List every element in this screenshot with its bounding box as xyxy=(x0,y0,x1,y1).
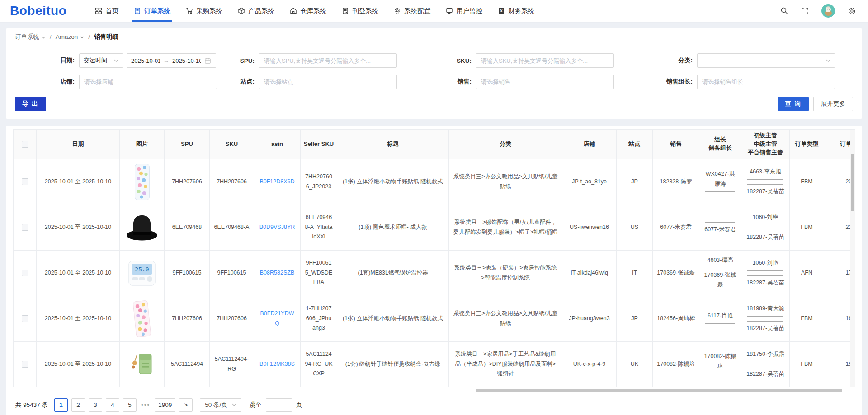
product-image-top-hat xyxy=(124,213,160,242)
nav-item-label: 采购系统 xyxy=(196,7,222,15)
top-navbar: Bobeituo 首页订单系统采购系统产品系统仓库系统刊登系统系统配置用户监控¥… xyxy=(0,0,868,22)
nav-item-config[interactable]: 系统配置 xyxy=(386,0,438,22)
cell-select xyxy=(14,159,37,205)
sku-input[interactable] xyxy=(476,53,614,68)
export-button[interactable]: 导 出 xyxy=(15,97,46,111)
breadcrumb-item-2: 销售明细 xyxy=(94,33,118,41)
brand-logo[interactable]: Bobeituo xyxy=(10,4,66,18)
cell-site: IT xyxy=(617,250,653,296)
nav-item-label: 产品系统 xyxy=(248,7,274,15)
chevron-down-icon xyxy=(42,33,46,40)
cell-spu: 5AC1112494 xyxy=(165,341,210,387)
cell-sales: 170082-陈锡培 xyxy=(653,341,699,387)
query-button[interactable]: 查 询 xyxy=(778,97,809,111)
page-button-3[interactable]: 3 xyxy=(89,398,102,412)
shop-input[interactable] xyxy=(79,75,217,89)
cell-shop: IT-aikdaj46iwiq xyxy=(562,250,617,296)
person-name: 182287-吴蓓苗 xyxy=(746,187,784,197)
filter-sales-leader: 销售组长: xyxy=(656,75,853,89)
calendar-icon xyxy=(204,57,211,64)
table-card: 日期图片SPUSKUasinSeller SKU标题分类店铺站点销售组长 储备组… xyxy=(6,126,862,415)
sales-leader-input[interactable] xyxy=(697,75,835,89)
nav-item-warehouse[interactable]: 仓库系统 xyxy=(282,0,334,22)
nav-item-product[interactable]: 产品系统 xyxy=(230,0,282,22)
person-name: 6077-米赛君 xyxy=(704,225,736,235)
col-header-order_type: 订单类型 xyxy=(790,130,824,159)
date-range-picker[interactable]: 2025-10-01 → 2025-10-10 xyxy=(127,53,216,68)
row-checkbox[interactable] xyxy=(22,361,28,368)
nav-item-home[interactable]: 首页 xyxy=(87,0,126,22)
search-icon[interactable] xyxy=(780,7,788,15)
page-size-select[interactable]: 50 条/页 xyxy=(200,398,241,412)
page-button-5[interactable]: 5 xyxy=(123,398,137,412)
gear-icon xyxy=(394,7,401,14)
fullscreen-icon[interactable] xyxy=(801,7,809,15)
nav-item-order[interactable]: 订单系统 xyxy=(126,0,178,22)
page-button-2[interactable]: 2 xyxy=(71,398,85,412)
expand-more-button[interactable]: 展开更多 xyxy=(813,97,853,111)
breadcrumb-item-1[interactable]: Amazon xyxy=(56,33,85,40)
cell-order_type: FBM xyxy=(790,205,824,250)
asin-link[interactable]: B08R582SZB xyxy=(260,270,294,276)
breadcrumb-item-label: 销售明细 xyxy=(94,33,118,41)
asin-link[interactable]: B0FD21YDWQ xyxy=(260,310,294,326)
nav-item-label: 仓库系统 xyxy=(300,7,326,15)
person-name: 4663-李东旭 xyxy=(750,167,781,177)
cell-date: 2025-10-01 至 2025-10-10 xyxy=(37,159,120,205)
cell-spu: 7HH207606 xyxy=(165,159,210,205)
nav-item-label: 订单系统 xyxy=(144,7,170,15)
spu-input[interactable] xyxy=(259,53,397,68)
sales-input[interactable] xyxy=(476,75,614,89)
name-divider xyxy=(705,222,736,223)
next-page-button[interactable]: > xyxy=(179,398,193,412)
nav-item-monitor[interactable]: 用户监控 xyxy=(438,0,490,22)
cell-sku: 5AC1112494-RG xyxy=(210,341,254,387)
date-start-value: 2025-10-01 xyxy=(131,57,160,64)
leader-group: 4603-谭亮170369-张铖磊 xyxy=(703,256,737,290)
cell-sales: 182456-周灿桦 xyxy=(653,296,699,341)
cell-date: 2025-10-01 至 2025-10-10 xyxy=(37,250,120,296)
asin-link[interactable]: B0F12MK38S xyxy=(259,361,295,367)
nav-item-label: 财务系统 xyxy=(508,7,534,15)
finance-icon: ¥ xyxy=(498,7,505,14)
leader-group: 170082-陈锡培 xyxy=(703,352,737,377)
category-select[interactable] xyxy=(697,53,835,68)
avatar[interactable] xyxy=(821,4,835,18)
nav-item-label: 首页 xyxy=(105,7,118,15)
row-checkbox[interactable] xyxy=(22,315,28,322)
row-checkbox[interactable] xyxy=(22,224,28,231)
col-header-asin: asin xyxy=(254,130,301,159)
shop-label: 店铺: xyxy=(15,78,75,86)
jump-page-input[interactable] xyxy=(266,398,292,412)
name-divider xyxy=(747,275,783,276)
page-button-1[interactable]: 1 xyxy=(54,398,68,412)
breadcrumb-item-0[interactable]: 订单系统 xyxy=(15,33,46,41)
asin-link[interactable]: B0F12D8X6D xyxy=(259,178,294,185)
page-button-far[interactable]: 1909 xyxy=(155,398,175,412)
select-all-checkbox[interactable] xyxy=(22,141,28,148)
filter-card: 订单系统/Amazon/销售明细 日期: 交运时间 2025-10-01 → 2… xyxy=(6,28,862,119)
person-name: 4603-谭亮 xyxy=(708,256,733,266)
cell-managers: 4663-李东旭182287-吴蓓苗 xyxy=(741,159,790,205)
chevron-down-icon xyxy=(232,403,236,406)
cell-site: JP xyxy=(617,159,653,205)
vertical-scrollbar[interactable] xyxy=(851,154,854,211)
horizontal-scrollbar[interactable] xyxy=(476,389,842,392)
manager-group: 181750-李振露182287-吴蓓苗 xyxy=(745,350,785,379)
settings-gear-icon[interactable] xyxy=(848,7,856,15)
cell-order_type: FBM xyxy=(790,296,824,341)
asin-link[interactable]: B0D9VSJ8YR xyxy=(259,224,295,230)
site-input[interactable] xyxy=(259,75,397,89)
date-type-select[interactable]: 交运时间 xyxy=(79,53,123,68)
cell-sku: 7HH207606 xyxy=(210,296,254,341)
breadcrumb-separator: / xyxy=(50,33,52,40)
page-button-4[interactable]: 4 xyxy=(106,398,119,412)
nav-item-purchase[interactable]: 采购系统 xyxy=(178,0,230,22)
pagination-ellipsis[interactable]: ••• xyxy=(141,401,150,408)
row-checkbox[interactable] xyxy=(22,270,28,276)
cell-shop: UK-c-x-p-4-9 xyxy=(562,341,617,387)
leader-group: 6077-米赛君 xyxy=(703,220,737,235)
nav-item-finance[interactable]: ¥财务系统 xyxy=(490,0,542,22)
nav-item-publish[interactable]: 刊登系统 xyxy=(334,0,386,22)
row-checkbox[interactable] xyxy=(22,178,28,185)
